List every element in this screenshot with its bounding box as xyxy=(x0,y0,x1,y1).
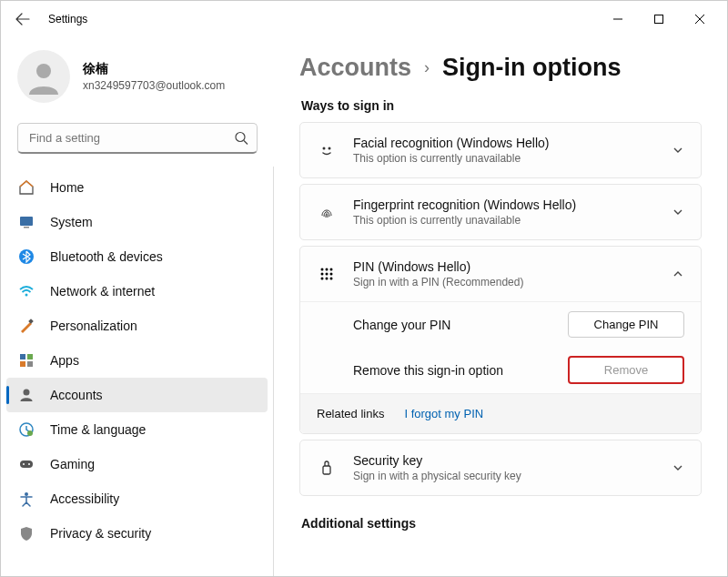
minimize-button[interactable] xyxy=(597,5,638,33)
breadcrumb: Accounts › Sign-in options xyxy=(299,54,702,82)
card-subtitle: This option is currently unavailable xyxy=(353,214,672,227)
sidebar-item-accessibility[interactable]: Accessibility xyxy=(6,481,268,516)
sidebar-item-label: Network & internet xyxy=(50,284,155,299)
system-icon xyxy=(17,213,35,231)
maximize-icon xyxy=(654,15,663,24)
accessibility-icon xyxy=(17,490,35,508)
pin-icon xyxy=(317,265,337,283)
gaming-icon xyxy=(17,455,35,473)
close-button[interactable] xyxy=(679,5,720,33)
signin-option-face[interactable]: Facial recognition (Windows Hello) This … xyxy=(299,122,702,178)
sidebar-item-gaming[interactable]: Gaming xyxy=(6,447,268,481)
face-icon xyxy=(317,141,337,159)
search-box xyxy=(17,123,258,154)
svg-point-16 xyxy=(27,430,33,436)
forgot-pin-link[interactable]: I forgot my PIN xyxy=(404,407,483,420)
search-icon xyxy=(235,132,248,146)
titlebar: Settings xyxy=(1,1,727,37)
sidebar-item-label: Bluetooth & devices xyxy=(50,249,163,264)
profile-email: xn3249597703@outlook.com xyxy=(83,79,225,92)
svg-point-28 xyxy=(330,273,333,276)
svg-point-24 xyxy=(326,268,329,271)
svg-point-3 xyxy=(236,133,245,142)
breadcrumb-parent[interactable]: Accounts xyxy=(299,54,411,82)
svg-point-14 xyxy=(24,390,30,396)
window-title: Settings xyxy=(48,13,87,25)
sidebar-item-personalization[interactable]: Personalization xyxy=(6,309,268,343)
clock-icon xyxy=(17,420,35,439)
chevron-right-icon: › xyxy=(424,58,430,77)
svg-rect-12 xyxy=(20,361,25,367)
svg-point-29 xyxy=(321,278,324,280)
card-title: PIN (Windows Hello) xyxy=(353,259,672,274)
svg-point-21 xyxy=(323,147,326,150)
svg-rect-1 xyxy=(654,15,662,24)
search-input[interactable] xyxy=(17,123,258,154)
arrow-left-icon xyxy=(15,12,30,26)
accounts-icon xyxy=(17,386,35,404)
related-label: Related links xyxy=(317,407,384,420)
card-subtitle: Sign in with a physical security key xyxy=(353,470,672,482)
svg-point-23 xyxy=(321,268,324,271)
sidebar: 徐楠 xn3249597703@outlook.com Home System … xyxy=(1,37,274,577)
sidebar-item-label: Personalization xyxy=(50,319,137,333)
card-title: Security key xyxy=(353,453,672,468)
sidebar-item-bluetooth[interactable]: Bluetooth & devices xyxy=(6,239,268,274)
svg-rect-5 xyxy=(20,217,33,226)
back-button[interactable] xyxy=(8,5,37,34)
svg-point-22 xyxy=(329,147,331,150)
sidebar-item-label: Time & language xyxy=(50,422,146,437)
related-links: Related links I forgot my PIN xyxy=(300,393,701,433)
card-subtitle: Sign in with a PIN (Recommended) xyxy=(353,276,672,288)
sidebar-item-label: Accessibility xyxy=(50,491,119,506)
chevron-down-icon xyxy=(672,461,684,474)
svg-point-18 xyxy=(23,463,25,465)
svg-point-31 xyxy=(330,278,333,280)
change-pin-row: Change your PIN Change PIN xyxy=(300,302,701,347)
svg-point-27 xyxy=(326,273,329,276)
signin-option-security-key[interactable]: Security key Sign in with a physical sec… xyxy=(299,440,702,496)
sidebar-item-time-language[interactable]: Time & language xyxy=(6,412,268,447)
section-additional: Additional settings xyxy=(301,516,702,531)
remove-pin-button[interactable]: Remove xyxy=(568,356,684,384)
avatar xyxy=(17,50,70,103)
sidebar-item-network[interactable]: Network & internet xyxy=(6,274,268,309)
sidebar-item-privacy[interactable]: Privacy & security xyxy=(6,516,268,551)
sidebar-nav: Home System Bluetooth & devices Network … xyxy=(1,167,273,569)
change-pin-label: Change your PIN xyxy=(353,318,568,332)
card-subtitle: This option is currently unavailable xyxy=(353,152,672,165)
svg-point-8 xyxy=(25,294,28,297)
svg-point-2 xyxy=(36,64,51,78)
key-icon xyxy=(317,459,337,477)
sidebar-item-label: System xyxy=(50,215,93,229)
sidebar-item-label: Apps xyxy=(50,353,79,368)
profile-name: 徐楠 xyxy=(83,61,225,77)
sidebar-item-accounts[interactable]: Accounts xyxy=(6,378,268,412)
svg-rect-11 xyxy=(27,354,33,359)
svg-rect-10 xyxy=(20,354,25,359)
shield-icon xyxy=(17,524,35,542)
sidebar-item-label: Accounts xyxy=(50,388,103,402)
svg-rect-9 xyxy=(28,319,34,324)
svg-point-30 xyxy=(326,278,329,280)
svg-point-25 xyxy=(330,268,333,271)
content-pane: Accounts › Sign-in options Ways to sign … xyxy=(274,37,727,577)
svg-point-19 xyxy=(28,463,30,465)
sidebar-item-apps[interactable]: Apps xyxy=(6,343,268,378)
sidebar-item-home[interactable]: Home xyxy=(6,170,268,205)
remove-pin-row: Remove this sign-in option Remove xyxy=(300,347,701,393)
remove-pin-label: Remove this sign-in option xyxy=(353,363,568,378)
fingerprint-icon xyxy=(317,203,337,221)
home-icon xyxy=(17,178,35,197)
sidebar-item-label: Home xyxy=(50,180,84,195)
profile-block[interactable]: 徐楠 xn3249597703@outlook.com xyxy=(1,45,274,116)
sidebar-item-system[interactable]: System xyxy=(6,205,268,239)
card-title: Facial recognition (Windows Hello) xyxy=(353,136,672,150)
maximize-button[interactable] xyxy=(638,5,679,33)
signin-option-fingerprint[interactable]: Fingerprint recognition (Windows Hello) … xyxy=(299,184,702,240)
change-pin-button[interactable]: Change PIN xyxy=(568,311,684,338)
svg-rect-13 xyxy=(27,361,33,367)
svg-line-4 xyxy=(244,141,248,145)
close-icon xyxy=(695,15,704,24)
pin-header[interactable]: PIN (Windows Hello) Sign in with a PIN (… xyxy=(300,247,701,302)
